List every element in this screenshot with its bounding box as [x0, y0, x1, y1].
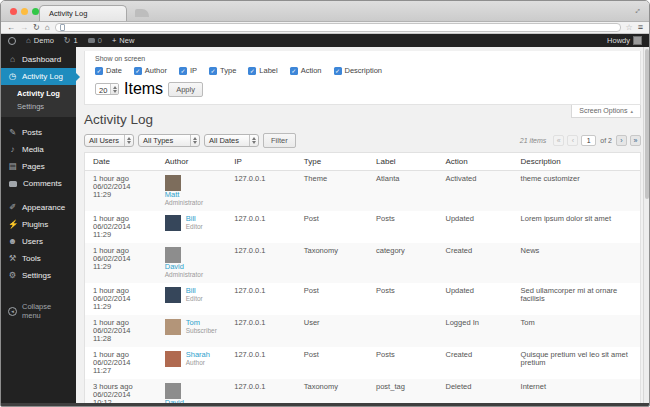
last-page-button[interactable]: »: [630, 135, 641, 146]
scrollbar[interactable]: [643, 47, 649, 406]
cell-action: Updated: [438, 211, 513, 243]
sidebar-item-posts[interactable]: ✎Posts: [1, 124, 76, 141]
sidebar-subitem-activity-log[interactable]: Activity Log: [1, 87, 76, 100]
author-link[interactable]: Bill: [186, 287, 203, 295]
author-link[interactable]: Tom: [186, 319, 217, 327]
column-header-action[interactable]: Action: [438, 153, 513, 171]
pushpin-icon: ✎: [8, 128, 17, 137]
filter-select-all-users[interactable]: All Users: [84, 134, 134, 147]
column-header-description[interactable]: Description: [513, 153, 641, 171]
author-link[interactable]: Sharah: [186, 351, 210, 359]
cell-label: Posts: [368, 211, 438, 243]
apply-button[interactable]: Apply: [168, 82, 203, 97]
comments-bubble-icon: [88, 38, 95, 43]
reload-icon[interactable]: ↻: [33, 24, 40, 32]
tab-title: Activity Log: [49, 9, 87, 18]
checkbox-checked-icon[interactable]: ✓: [179, 67, 187, 75]
column-toggle-label: IP: [190, 66, 197, 75]
tools-icon: ⚒: [8, 254, 17, 263]
column-header-ip[interactable]: IP: [226, 153, 296, 171]
sidebar-subitem-settings[interactable]: Settings: [1, 100, 76, 113]
address-bar-input[interactable]: [55, 23, 621, 32]
checkbox-checked-icon[interactable]: ✓: [209, 67, 217, 75]
home-icon[interactable]: ⌂: [45, 24, 50, 32]
sidebar-item-tools[interactable]: ⚒Tools: [1, 250, 76, 267]
sidebar-item-plugins[interactable]: ⚡Plugins: [1, 216, 76, 233]
column-toggle-date[interactable]: ✓Date: [95, 66, 122, 75]
screen-options-label: Screen Options: [579, 107, 627, 114]
column-header-date[interactable]: Date: [85, 153, 157, 171]
sidebar-item-dashboard[interactable]: ⌂Dashboard: [1, 51, 76, 68]
sidebar-item-comments[interactable]: Comments: [1, 175, 76, 192]
total-pages-text: of 2: [600, 137, 612, 144]
table-row: 1 hour ago06/02/201411:29BillEditor127.0…: [85, 211, 641, 243]
sidebar-item-media[interactable]: ♪Media: [1, 141, 76, 158]
filter-select-all-types[interactable]: All Types: [138, 134, 200, 147]
wp-logo-menu[interactable]: [8, 37, 16, 45]
checkbox-checked-icon[interactable]: ✓: [95, 67, 103, 75]
page-title: Activity Log: [84, 112, 153, 127]
author-link[interactable]: Bill: [186, 215, 203, 223]
filter-select-all-dates[interactable]: All Dates: [204, 134, 259, 147]
sidebar-item-pages[interactable]: ▤Pages: [1, 158, 76, 175]
scrollbar-thumb[interactable]: [645, 49, 649, 199]
checkbox-checked-icon[interactable]: ✓: [334, 67, 342, 75]
sidebar-item-settings[interactable]: ⚙Settings: [1, 267, 76, 284]
filter-select-value: All Dates: [209, 136, 239, 145]
filter-button[interactable]: Filter: [263, 133, 296, 148]
new-tab-button[interactable]: [135, 9, 149, 17]
user-avatar: [633, 36, 642, 45]
forward-icon[interactable]: →: [20, 24, 28, 32]
close-window-button[interactable]: [10, 8, 17, 15]
sidebar-item-users[interactable]: ☻Users: [1, 233, 76, 250]
activity-log-table: DateAuthorIPTypeLabelActionDescription 1…: [84, 152, 641, 406]
pages-icon: ▤: [8, 162, 17, 171]
time-value: 11:29: [93, 263, 149, 271]
column-toggle-label[interactable]: ✓Label: [248, 66, 277, 75]
new-content-menu[interactable]: + New: [112, 36, 134, 45]
page-icon: [60, 24, 65, 31]
browser-tab[interactable]: Activity Log: [39, 5, 127, 21]
next-page-button[interactable]: ›: [616, 135, 627, 146]
sidebar-item-label: Comments: [23, 179, 62, 188]
stepper-arrows-icon[interactable]: [110, 84, 118, 94]
back-icon[interactable]: ←: [7, 24, 15, 32]
bookmark-star-icon[interactable]: ☆: [626, 24, 633, 32]
column-header-type[interactable]: Type: [296, 153, 368, 171]
checkbox-checked-icon[interactable]: ✓: [134, 67, 142, 75]
time-value: 11:29: [93, 191, 149, 199]
cell-type: Taxonomy: [296, 243, 368, 283]
browser-menu-icon[interactable]: ≡: [638, 23, 643, 32]
column-toggle-action[interactable]: ✓Action: [290, 66, 322, 75]
filter-select-value: All Types: [143, 136, 173, 145]
site-menu[interactable]: ⌂ Demo: [26, 36, 54, 45]
checkbox-checked-icon[interactable]: ✓: [248, 67, 256, 75]
items-count-input[interactable]: 20: [95, 83, 119, 95]
sidebar-separator: [1, 117, 76, 124]
checkbox-checked-icon[interactable]: ✓: [290, 67, 298, 75]
fullscreen-icon[interactable]: ↔: [630, 3, 643, 16]
cell-ip: 127.0.0.1: [226, 283, 296, 315]
author-link[interactable]: Matt: [165, 191, 203, 199]
column-toggle-ip[interactable]: ✓IP: [179, 66, 197, 75]
sidebar-item-activity-log[interactable]: ◷Activity Log: [1, 68, 76, 85]
cell-ip: 127.0.0.1: [226, 243, 296, 283]
items-count-text: 21 items: [520, 137, 546, 144]
column-toggle-description[interactable]: ✓Description: [334, 66, 383, 75]
updates-menu[interactable]: ↻ 1: [64, 36, 78, 45]
current-page-input[interactable]: [581, 135, 596, 146]
collapse-menu-button[interactable]: ◄ Collapse menu: [1, 298, 76, 324]
sidebar-item-appearance[interactable]: ✐Appearance: [1, 199, 76, 216]
comments-menu[interactable]: 0: [88, 36, 102, 45]
cell-author: BillEditor: [157, 283, 227, 315]
screen-options-toggle[interactable]: Screen Options ▴: [571, 105, 641, 118]
column-toggle-type[interactable]: ✓Type: [209, 66, 236, 75]
cell-description: Tom: [513, 315, 641, 347]
column-header-author[interactable]: Author: [157, 153, 227, 171]
author-link[interactable]: David: [165, 263, 203, 271]
my-account-menu[interactable]: Howdy: [607, 36, 642, 45]
minimize-window-button[interactable]: [21, 8, 28, 15]
column-header-label[interactable]: Label: [368, 153, 438, 171]
zoom-window-button[interactable]: [32, 8, 39, 15]
column-toggle-author[interactable]: ✓Author: [134, 66, 167, 75]
